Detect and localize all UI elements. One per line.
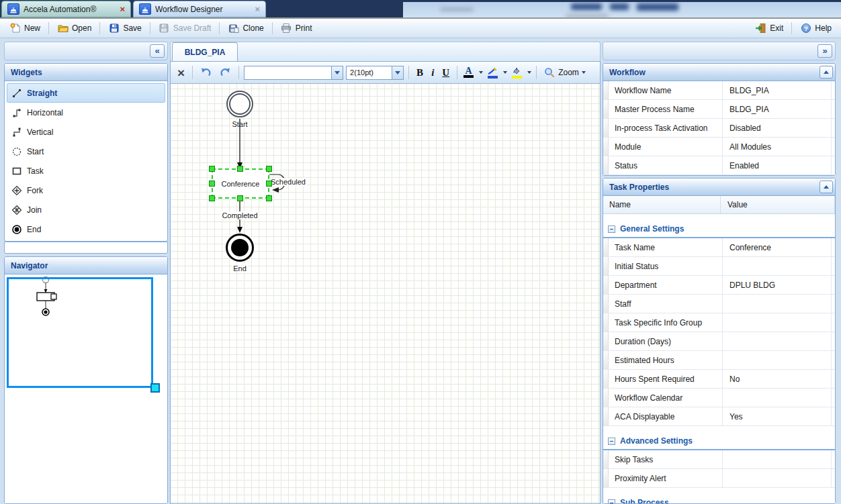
browser-tab-accela[interactable]: Accela Automation® × — [1, 1, 131, 17]
selection-handle[interactable] — [266, 166, 272, 172]
print-button[interactable]: Print — [277, 21, 316, 36]
help-icon: ? — [800, 23, 811, 34]
table-row[interactable]: Duration (Days) — [603, 332, 835, 351]
loop-transition-label[interactable]: Scheduled — [269, 178, 307, 186]
close-tab-icon[interactable]: × — [120, 5, 125, 13]
group-header-advanced-settings[interactable]: Advanced Settings — [603, 433, 835, 450]
navigator-panel-header: Navigator — [5, 257, 167, 274]
fill-color-button[interactable] — [510, 66, 523, 79]
clone-button[interactable]: Clone — [224, 21, 267, 36]
widget-item-end[interactable]: End — [7, 219, 165, 239]
zoom-button[interactable]: Zoom — [541, 66, 588, 79]
selection-handle[interactable] — [237, 166, 243, 172]
table-row[interactable]: Hours Spent Required No — [603, 370, 835, 389]
widget-item-task[interactable]: Task — [7, 161, 165, 181]
font-size-select[interactable]: 2(10pt) — [346, 66, 404, 80]
property-name: Status — [609, 156, 723, 174]
navigator-viewport-resize-handle[interactable] — [150, 383, 160, 393]
widget-item-fork[interactable]: Fork — [7, 181, 165, 200]
widget-item-vertical[interactable]: Vertical — [7, 122, 165, 142]
selection-handle[interactable] — [266, 181, 272, 187]
row-stub — [603, 370, 609, 388]
undo-button[interactable] — [197, 66, 214, 79]
straight-connector-icon — [11, 87, 22, 99]
navigator-minimap[interactable] — [5, 274, 167, 503]
property-value — [723, 469, 832, 487]
property-name: Task Name — [609, 238, 723, 256]
open-button[interactable]: Open — [53, 21, 95, 36]
selection-handle[interactable] — [237, 195, 243, 201]
navigator-viewport-rect[interactable] — [7, 277, 153, 388]
delete-x-icon: × — [177, 66, 185, 79]
save-button[interactable]: Save — [104, 21, 145, 36]
collapse-task-properties-button[interactable] — [820, 181, 833, 193]
dropdown-arrow-icon[interactable] — [479, 71, 483, 74]
widget-item-straight[interactable]: Straight — [7, 83, 165, 103]
row-filler — [832, 370, 835, 388]
selection-handle[interactable] — [209, 166, 215, 172]
table-row[interactable]: Skip Tasks — [603, 450, 835, 469]
exit-button[interactable]: Exit — [751, 21, 787, 36]
workflow-canvas[interactable]: Start Conference Scheduled Completed — [171, 84, 600, 503]
table-row[interactable]: Workflow Calendar — [603, 389, 835, 407]
new-button[interactable]: New — [5, 21, 44, 36]
paint-bucket-icon — [511, 67, 522, 75]
collapse-workflow-panel-button[interactable] — [820, 66, 833, 79]
property-name: In-process Task Activation — [609, 119, 723, 137]
table-row[interactable]: Workflow Name BLDG_PIA — [603, 81, 835, 100]
selection-handle[interactable] — [209, 195, 215, 201]
canvas-tab-bldg-pia[interactable]: BLDG_PIA — [172, 42, 238, 62]
row-filler — [832, 100, 835, 118]
table-row[interactable]: Task Name Conference — [603, 238, 835, 257]
property-name: Initial Status — [609, 257, 723, 275]
selection-handle[interactable] — [209, 181, 215, 187]
table-row[interactable]: Staff — [603, 295, 835, 313]
font-color-button[interactable]: A — [462, 66, 475, 79]
delete-button[interactable]: × — [175, 66, 187, 80]
browser-tab-workflow-designer[interactable]: Workflow Designer × — [133, 1, 266, 17]
widget-item-join[interactable]: Join — [7, 200, 165, 219]
table-row[interactable]: ACA Displayable Yes — [603, 407, 835, 426]
widget-item-label: Start — [27, 147, 44, 156]
app-toolbar: New Open Save Save Draft — [0, 17, 841, 38]
table-row[interactable]: Proximity Alert — [603, 469, 835, 488]
widget-item-horizontal[interactable]: Horizontal — [7, 103, 165, 122]
property-name: Skip Tasks — [609, 450, 723, 468]
widget-item-label: Join — [27, 205, 42, 215]
table-row[interactable]: Module All Modules — [603, 138, 835, 156]
collapse-group-icon[interactable] — [608, 225, 615, 233]
font-family-select[interactable] — [244, 66, 343, 80]
close-tab-icon[interactable]: × — [255, 5, 260, 13]
row-stub — [603, 389, 609, 407]
table-row[interactable]: Status Enabled — [603, 156, 835, 175]
collapse-right-panel-button[interactable]: » — [817, 44, 832, 58]
bold-button[interactable]: B — [414, 66, 426, 79]
table-row[interactable]: Master Process Name BLDG_PIA — [603, 100, 835, 119]
collapse-group-icon[interactable] — [608, 438, 615, 445]
help-button[interactable]: ? Help — [796, 21, 836, 36]
highlight-color-button[interactable] — [486, 66, 499, 79]
transition-label-completed[interactable]: Completed — [220, 211, 259, 219]
group-header-general-settings[interactable]: General Settings — [603, 221, 835, 238]
column-header-value: Value — [721, 196, 835, 213]
save-floppy-icon — [108, 23, 120, 34]
table-row[interactable]: In-process Task Activation Disabled — [603, 119, 835, 138]
underline-button[interactable]: U — [439, 66, 452, 79]
dropdown-arrow-icon[interactable] — [527, 71, 531, 74]
table-row[interactable]: Task Specific Info Group — [603, 313, 835, 332]
selection-handle[interactable] — [266, 195, 272, 201]
italic-button[interactable]: i — [429, 66, 437, 79]
table-row[interactable]: Estimated Hours — [603, 351, 835, 370]
collapse-left-panel-button[interactable]: « — [150, 44, 165, 58]
redo-button[interactable] — [217, 66, 234, 79]
collapse-group-icon[interactable] — [608, 499, 615, 504]
dropdown-arrow-icon[interactable] — [503, 71, 507, 74]
task-node-conference[interactable]: Conference — [212, 168, 269, 199]
table-row[interactable]: Department DPLU BLDG — [603, 276, 835, 295]
workflow-designer-window: Accela Automation® × Workflow Designer ×… — [0, 0, 841, 504]
horizontal-connector-icon — [11, 107, 22, 118]
save-draft-button[interactable]: Save Draft — [154, 21, 216, 36]
table-row[interactable]: Initial Status — [603, 257, 835, 276]
widget-item-start[interactable]: Start — [7, 142, 165, 161]
group-header-sub-process[interactable]: Sub Process — [603, 495, 835, 503]
